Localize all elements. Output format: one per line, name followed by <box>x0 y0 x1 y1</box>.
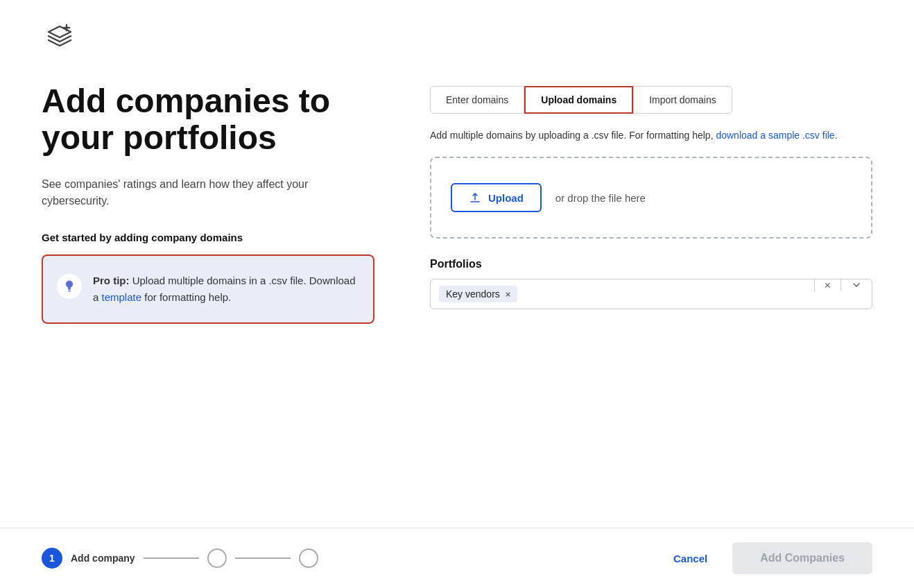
left-panel: Add companies to your portfolios See com… <box>42 83 374 528</box>
stepper: 1 Add company <box>42 548 318 569</box>
bottom-actions: Cancel Add Companies <box>662 542 872 574</box>
portfolios-section: Portfolios Key vendors × × <box>430 258 872 309</box>
tab-group: Enter domains Upload domains Import doma… <box>430 86 872 114</box>
portfolio-dropdown-button[interactable] <box>840 279 872 291</box>
upload-button[interactable]: Upload <box>451 183 542 212</box>
pro-tip-box: Pro tip: Upload multiple domains in a .c… <box>42 254 374 324</box>
description-prefix: Add multiple domains by uploading a .csv… <box>430 130 716 141</box>
svg-rect-2 <box>68 289 70 290</box>
portfolio-tag-key-vendors: Key vendors × <box>439 286 517 302</box>
app-logo <box>42 19 78 55</box>
drop-text: or drop the file here <box>555 192 646 204</box>
bottom-bar: 1 Add company Cancel Add Companies <box>0 528 914 588</box>
portfolios-label: Portfolios <box>430 258 872 270</box>
portfolio-tags-area: Key vendors × <box>431 282 814 306</box>
lightbulb-icon <box>57 274 82 299</box>
portfolio-selector[interactable]: Key vendors × × <box>430 279 872 309</box>
sample-csv-link[interactable]: download a sample .csv file. <box>716 130 837 141</box>
portfolio-clear-button[interactable]: × <box>814 279 840 292</box>
page-container: Add companies to your portfolios See com… <box>0 0 914 588</box>
step-1-circle: 1 <box>42 548 62 569</box>
add-companies-button[interactable]: Add Companies <box>732 542 872 574</box>
pro-tip-text: Pro tip: Upload multiple domains in a .c… <box>93 273 359 306</box>
page-title: Add companies to your portfolios <box>42 83 374 157</box>
upload-btn-label: Upload <box>488 192 524 204</box>
get-started-label: Get started by adding company domains <box>42 232 374 243</box>
step-1-label: Add company <box>71 553 135 564</box>
pro-tip-bold: Pro tip: <box>93 275 130 286</box>
tab-enter-domains[interactable]: Enter domains <box>430 86 524 114</box>
description-text: Add multiple domains by uploading a .csv… <box>430 128 872 143</box>
template-link[interactable]: template <box>102 291 142 303</box>
upload-icon <box>469 191 481 204</box>
step-3-circle <box>299 548 318 568</box>
upload-zone[interactable]: Upload or drop the file here <box>430 157 872 239</box>
tab-upload-domains[interactable]: Upload domains <box>524 86 633 114</box>
header <box>0 0 914 55</box>
subtitle: See companies' ratings and learn how the… <box>42 176 374 209</box>
tab-import-domains[interactable]: Import domains <box>633 86 732 114</box>
tag-remove-button[interactable]: × <box>506 290 511 299</box>
cancel-button[interactable]: Cancel <box>662 546 718 571</box>
chevron-down-icon <box>851 279 862 291</box>
pro-tip-suffix: for formatting help. <box>141 291 231 303</box>
right-panel: Enter domains Upload domains Import doma… <box>430 83 872 528</box>
step-line-2 <box>235 557 291 559</box>
step-2-circle <box>207 548 227 568</box>
portfolio-tag-label: Key vendors <box>446 288 500 300</box>
step-line-1 <box>144 557 199 559</box>
main-content: Add companies to your portfolios See com… <box>0 55 914 528</box>
